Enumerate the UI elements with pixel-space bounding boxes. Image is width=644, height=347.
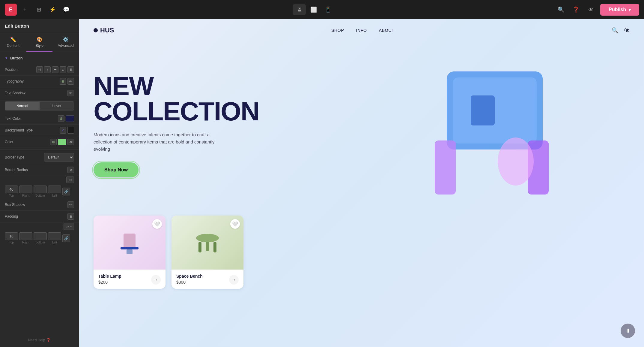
border-radius-link-icon[interactable]: 🔗 (62, 188, 70, 195)
panel-title: Edit Button (5, 23, 29, 29)
content-tab-label: Content (7, 44, 19, 48)
toolbar-right: 🔍 ❓ 👁 Publish ▾ (555, 4, 639, 16)
color-global-icon[interactable]: ⊕ (50, 139, 57, 145)
publish-label: Publish (609, 7, 626, 12)
padding-link-icon[interactable]: 🔗 (62, 234, 70, 242)
nav-link-about[interactable]: ABOUT (379, 28, 395, 33)
pos-icon-right[interactable]: ⊢ (52, 66, 58, 73)
hero-text: NEW COLLECTION Modern icons and creative… (94, 74, 630, 177)
elementor-logo[interactable]: E (5, 4, 17, 16)
border-radius-responsive-icon[interactable]: 🖥 (67, 167, 74, 173)
padding-bottom-input[interactable] (34, 232, 47, 240)
background-type-controls: ✓ (60, 127, 74, 134)
panel-header: Edit Button (0, 19, 79, 33)
state-hover-tab[interactable]: Hover (40, 102, 74, 110)
color-expand-icon[interactable]: ≪ (67, 139, 74, 145)
table-lamp-svg (115, 228, 145, 258)
background-type-square-icon[interactable] (67, 127, 74, 134)
wishlist-button-1[interactable]: 🤍 (230, 219, 240, 229)
color-swatch[interactable] (58, 139, 66, 145)
typography-edit-icon[interactable]: ✏ (67, 78, 74, 85)
box-shadow-edit-icon[interactable]: ✏ (67, 201, 74, 208)
border-type-controls: Default Solid Dashed Dotted None (44, 153, 74, 161)
shop-now-button[interactable]: Shop Now (94, 162, 139, 177)
tab-advanced[interactable]: ⚙️ Advanced (52, 33, 79, 52)
wishlist-button-0[interactable]: 🤍 (152, 219, 162, 229)
padding-unit[interactable]: px ▾ (64, 223, 74, 230)
padding-row: Padding 🖥 (0, 211, 79, 222)
border-radius-top-input[interactable] (5, 186, 18, 193)
pos-icon-responsive[interactable]: 🖥 (67, 66, 74, 73)
tablet-device-button[interactable]: ⬜ (307, 4, 320, 15)
layers-button[interactable]: ⊞ (33, 4, 44, 15)
nav-cart-icon[interactable]: 🛍 (624, 27, 630, 34)
product-arrow-0[interactable]: → (151, 275, 161, 285)
text-color-global-icon[interactable]: ⊕ (58, 115, 64, 122)
text-color-label: Text Color (5, 116, 55, 121)
publish-button[interactable]: Publish ▾ (600, 4, 639, 16)
typography-label: Typography (5, 79, 57, 83)
button-section-label: Button (10, 56, 23, 60)
nav-link-info[interactable]: INFO (356, 28, 367, 33)
tab-content[interactable]: ✏️ Content (0, 33, 26, 52)
background-type-check-icon[interactable]: ✓ (60, 127, 66, 134)
text-shadow-controls: ✏ (67, 90, 74, 96)
pause-button[interactable]: ⏸ (621, 324, 635, 338)
text-color-swatch[interactable] (66, 115, 74, 122)
position-controls: ⊣ + ⊢ ⊕ 🖥 (36, 66, 74, 73)
text-shadow-row: Text Shadow ✏ (0, 87, 79, 99)
typography-global-icon[interactable]: ⊕ (60, 78, 66, 85)
hero-title-line2: COLLECTION (94, 99, 630, 124)
pos-icon-justify[interactable]: ⊕ (60, 66, 66, 73)
settings-button[interactable]: ⚡ (47, 4, 58, 15)
border-type-select[interactable]: Default Solid Dashed Dotted None (44, 153, 74, 161)
site-logo: HUS (94, 26, 114, 34)
border-radius-bottom-col: Bottom (34, 186, 47, 197)
padding-top-input[interactable] (5, 232, 18, 240)
border-radius-left-input[interactable] (48, 186, 61, 193)
help-icon-button[interactable]: ❓ (570, 4, 582, 15)
border-radius-bottom-input[interactable] (34, 186, 47, 193)
color-label: Color (5, 140, 48, 144)
product-image-1: 🤍 (171, 216, 243, 270)
state-normal-tab[interactable]: Normal (5, 102, 40, 110)
section-arrow-icon: ▼ (5, 56, 8, 60)
advanced-tab-icon: ⚙️ (63, 37, 69, 42)
hero-subtitle: Modern icons and creative talents come t… (94, 131, 225, 153)
desktop-device-button[interactable]: 🖥 (293, 4, 306, 15)
preview-icon-button[interactable]: 👁 (585, 4, 597, 15)
border-radius-left-col: Left (48, 186, 61, 197)
button-section-header[interactable]: ▼ Button (0, 52, 79, 64)
position-icons: ⊣ + ⊢ ⊕ (36, 66, 66, 73)
padding-left-col: Left (48, 232, 61, 244)
product-image-0: 🤍 (94, 216, 165, 270)
pos-icon-left[interactable]: ⊣ (36, 66, 43, 73)
nav-link-shop[interactable]: SHOP (331, 28, 344, 33)
search-icon-button[interactable]: 🔍 (555, 4, 567, 15)
text-shadow-edit-icon[interactable]: ✏ (67, 90, 74, 96)
padding-right-label: Right (22, 241, 29, 244)
hero-title: NEW COLLECTION (94, 74, 630, 124)
nav-search-icon[interactable]: 🔍 (612, 27, 618, 34)
main-layout: Edit Button ✏️ Content 🎨 Style ⚙️ Advanc… (0, 19, 644, 347)
feedback-button[interactable]: 💬 (61, 4, 72, 15)
border-radius-right-input[interactable] (19, 186, 32, 193)
border-radius-unit[interactable]: px (66, 177, 74, 183)
padding-bottom-col: Bottom (34, 232, 47, 244)
padding-responsive-icon[interactable]: 🖥 (67, 213, 74, 220)
toolbar-left: E ＋ ⊞ ⚡ 💬 (5, 4, 72, 16)
padding-left-input[interactable] (48, 232, 61, 240)
padding-right-input[interactable] (19, 232, 32, 240)
add-button[interactable]: ＋ (19, 4, 31, 15)
background-type-label: Background Type (5, 128, 57, 132)
border-type-row: Border Type Default Solid Dashed Dotted … (0, 151, 79, 164)
product-price-1: $300 (176, 280, 203, 285)
pos-icon-center[interactable]: + (44, 66, 51, 73)
tab-style[interactable]: 🎨 Style (26, 33, 53, 52)
padding-right-col: Right (19, 232, 32, 244)
border-radius-right-label: Right (22, 194, 29, 197)
product-arrow-1[interactable]: → (229, 275, 239, 285)
padding-bottom-label: Bottom (35, 241, 45, 244)
product-name-0: Table Lamp (98, 274, 121, 279)
mobile-device-button[interactable]: 📱 (321, 4, 335, 15)
